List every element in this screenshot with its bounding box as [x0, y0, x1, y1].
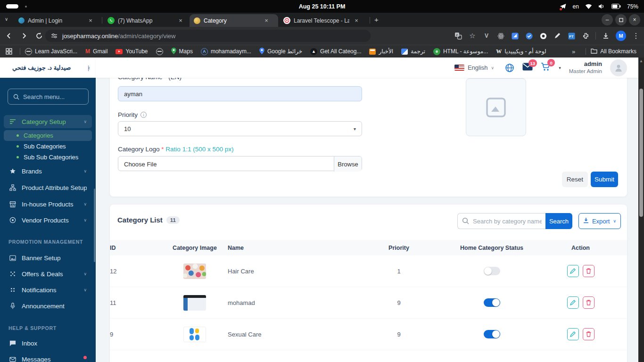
submit-button[interactable]: Submit	[591, 172, 618, 187]
window-minimize-button[interactable]: –	[602, 14, 613, 25]
url-text[interactable]: josepharmacy.online/admin/category/view	[62, 33, 175, 40]
forward-button[interactable]	[19, 31, 29, 41]
tab-close-icon[interactable]: ×	[353, 17, 360, 25]
bookmark-maps[interactable]: Maps	[171, 48, 193, 56]
sidebar-item-sub-sub-categories[interactable]: Sub Sub Categories	[4, 152, 92, 163]
reload-button[interactable]	[34, 31, 44, 41]
delete-button[interactable]	[583, 296, 594, 309]
profile-avatar[interactable]: M	[616, 31, 626, 41]
priority-select[interactable]: 10 ▾	[118, 121, 362, 136]
reset-button[interactable]: Reset	[562, 172, 588, 187]
bookmark-translate[interactable]: ترجمة	[401, 48, 425, 55]
delete-button[interactable]	[583, 328, 594, 340]
avatar[interactable]	[610, 59, 627, 76]
globe-icon[interactable]	[505, 63, 514, 73]
tab-search-icon[interactable]: ∨	[5, 16, 8, 22]
bookmark-wikipedia[interactable]: W لوحة أم - ويكيبيديا	[496, 48, 546, 55]
mail-button[interactable]: 13	[522, 63, 533, 73]
tab-close-icon[interactable]: ×	[263, 17, 270, 25]
admin-identity[interactable]: admin Master Admin	[569, 60, 602, 75]
window-close-button[interactable]: ×	[629, 14, 640, 25]
export-button[interactable]: Export ∨	[578, 213, 621, 229]
extensions-puzzle-icon[interactable]	[581, 32, 590, 40]
bookmarks-overflow-icon[interactable]: »	[572, 48, 575, 55]
address-bar[interactable]: josepharmacy.online/admin/category/view	[45, 30, 371, 42]
scroll-up-icon[interactable]: ▲	[639, 59, 643, 63]
sidebar-collapse-icon[interactable]: |‹	[88, 65, 89, 71]
extension-ft-icon[interactable]: FT	[567, 32, 576, 40]
home-status-toggle[interactable]	[484, 267, 500, 275]
sidebar-item-banner-setup[interactable]: Banner Setup	[4, 251, 92, 264]
system-clock[interactable]: Aug 25 10:11 PM	[0, 0, 644, 13]
bookmark-gmail[interactable]: M Gmail	[85, 48, 107, 55]
bookmark-globe-only[interactable]	[156, 48, 163, 55]
scrollbar-thumb[interactable]	[639, 89, 643, 217]
sidebar-item-categories[interactable]: Categories	[4, 130, 92, 141]
menu-kebab-icon[interactable]: ⋮	[632, 32, 640, 40]
search-button[interactable]: Search	[545, 213, 572, 229]
sidebar-search[interactable]	[8, 89, 89, 105]
tab-admin-login[interactable]: Admin | Login ×	[14, 14, 101, 27]
battery-icon[interactable]	[611, 4, 621, 9]
sidebar-item-offers-deals[interactable]: Offers & Deals ∨	[4, 267, 92, 280]
extension-translate-icon[interactable]	[511, 32, 519, 40]
tab-close-icon[interactable]: ×	[87, 17, 94, 25]
sidebar-item-notifications[interactable]: Notifications ∨	[4, 283, 92, 296]
translate-icon[interactable]: A	[454, 32, 462, 40]
extension-vue-icon[interactable]: V	[482, 32, 491, 40]
tab-whatsapp[interactable]: (7) WhatsApp ×	[103, 14, 189, 27]
sidebar-item-inbox[interactable]: Inbox	[4, 337, 92, 350]
sidebar-item-brands[interactable]: Brands ∨	[4, 165, 92, 178]
tab-close-icon[interactable]: ×	[177, 17, 184, 25]
extension-react-icon[interactable]	[496, 32, 505, 40]
site-info-icon[interactable]	[51, 33, 58, 39]
sidebar-item-announcement[interactable]: Announcement	[4, 299, 92, 313]
sidebar-item-sub-categories[interactable]: Sub Categories	[4, 141, 92, 152]
sidebar-item-vendor-products[interactable]: Vendor Products ∨	[4, 214, 92, 227]
sidebar-search-input[interactable]	[23, 93, 80, 100]
tab-category[interactable]: Category ×	[190, 14, 278, 27]
sidebar-item-category-setup[interactable]: Category Setup ∨	[4, 115, 92, 128]
bookmark-learn-javascript[interactable]: Learn JavaScri...	[25, 48, 77, 55]
back-button[interactable]	[4, 31, 14, 41]
home-status-toggle[interactable]	[484, 298, 500, 307]
window-restore-button[interactable]	[615, 14, 627, 25]
sidebar-item-product-attribute-setup[interactable]: Product Attribute Setup	[4, 181, 92, 194]
bookmark-news[interactable]: الأخبار	[369, 48, 393, 55]
all-bookmarks-button[interactable]: All Bookmarks	[591, 48, 636, 55]
edit-button[interactable]	[567, 296, 579, 309]
volume-icon[interactable]	[598, 3, 605, 9]
bookmark-youtube[interactable]: YouTube	[116, 48, 148, 55]
bookmark-get-all-categories[interactable]: ▲ Get All Cateog...	[310, 48, 361, 55]
apps-grid-icon[interactable]	[6, 48, 12, 55]
bookmark-mohamadaym[interactable]: A mohamadaym...	[201, 48, 251, 55]
language-selector[interactable]: English ∨	[454, 64, 494, 71]
extension-pen-icon[interactable]	[553, 32, 561, 40]
telegram-icon[interactable]	[559, 3, 567, 10]
cart-button[interactable]: 0	[541, 62, 551, 73]
logo-file-input[interactable]: Choose File Browse	[118, 156, 362, 171]
edit-button[interactable]	[567, 328, 579, 340]
browse-button[interactable]: Browse	[334, 156, 362, 172]
category-search-input[interactable]	[457, 213, 545, 229]
caret-down-icon[interactable]: ▾	[559, 66, 561, 70]
edit-button[interactable]	[567, 265, 579, 277]
extension-check-icon[interactable]	[525, 32, 533, 40]
page-scrollbar[interactable]: ▲	[638, 58, 644, 362]
wifi-icon[interactable]	[585, 3, 592, 9]
sidebar-item-inhouse-products[interactable]: In-house Products ∨	[4, 197, 92, 211]
sidebar-item-messages[interactable]: Messages	[4, 353, 92, 362]
new-tab-icon[interactable]: +	[374, 16, 379, 24]
category-name-input[interactable]	[118, 86, 362, 101]
sidebar-scrollbar-thumb[interactable]	[94, 189, 95, 262]
delete-button[interactable]	[583, 265, 594, 277]
bookmark-html-encyclopedia[interactable]: e HTML - موسوعة...	[433, 48, 488, 55]
keyboard-layout[interactable]: en	[573, 3, 579, 10]
bookmark-star-icon[interactable]: ☆	[468, 32, 477, 40]
info-icon[interactable]: i	[140, 112, 147, 118]
downloads-icon[interactable]	[602, 32, 610, 40]
extension-circle-icon[interactable]	[539, 32, 547, 40]
home-status-toggle[interactable]	[484, 330, 500, 338]
bookmark-google-maps-ar[interactable]: Google خرائط	[259, 48, 302, 56]
tab-laravel-telescope[interactable]: Laravel Telescope - Larav ×	[279, 14, 368, 27]
